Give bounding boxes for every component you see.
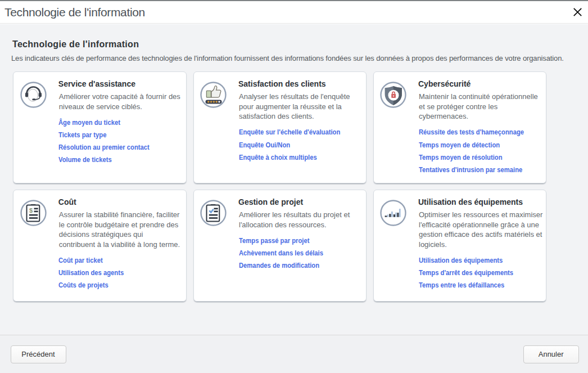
svg-text:$: $ (29, 207, 33, 214)
